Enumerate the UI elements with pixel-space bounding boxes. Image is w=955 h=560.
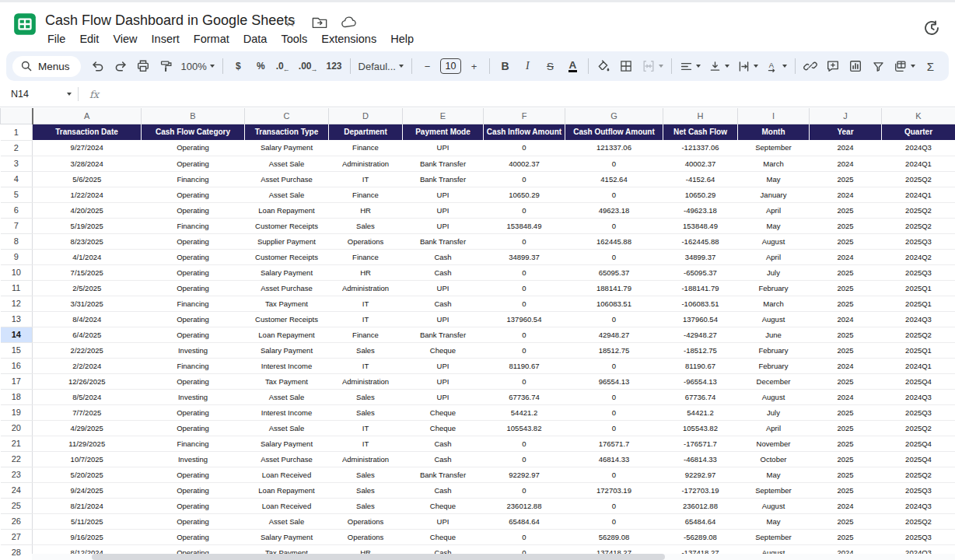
strikethrough-button[interactable]: S (540, 56, 561, 77)
cell-I25[interactable]: August (738, 498, 810, 513)
cell-E8[interactable]: Bank Transfer (403, 233, 484, 249)
cell-B1[interactable]: Cash Flow Category (142, 124, 245, 140)
cell-K2[interactable]: 2024Q3 (882, 140, 955, 156)
cell-H1[interactable]: Net Cash Flow (663, 124, 738, 140)
cell-K10[interactable]: 2025Q3 (882, 264, 955, 280)
cell-F15[interactable]: 0 (484, 342, 565, 358)
menu-format[interactable]: Format (187, 30, 236, 47)
cell-G14[interactable]: 42948.27 (565, 327, 663, 342)
cell-K13[interactable]: 2024Q3 (882, 311, 955, 327)
cell-G24[interactable]: 172703.19 (565, 482, 663, 498)
cell-I22[interactable]: October (738, 451, 810, 467)
cell-C16[interactable]: Interest Income (245, 358, 329, 373)
cell-I16[interactable]: February (738, 358, 810, 373)
cell-C6[interactable]: Loan Repayment (245, 202, 329, 218)
column-header-E[interactable]: E (403, 108, 484, 124)
cell-G1[interactable]: Cash Outflow Amount (565, 124, 663, 140)
cell-G19[interactable]: 0 (565, 404, 663, 420)
row-header-27[interactable]: 27 (1, 529, 33, 544)
cell-J14[interactable]: 2025 (810, 327, 882, 342)
row-header-13[interactable]: 13 (1, 311, 33, 327)
cell-J8[interactable]: 2025 (810, 233, 882, 249)
menu-edit[interactable]: Edit (72, 30, 106, 47)
cell-D5[interactable]: Finance (329, 187, 403, 202)
cell-H16[interactable]: 81190.67 (663, 358, 738, 373)
increase-font-size-button[interactable]: + (464, 56, 484, 77)
cell-A1[interactable]: Transaction Date (33, 124, 142, 140)
cell-B17[interactable]: Operating (142, 373, 245, 389)
cell-E14[interactable]: Bank Transfer (403, 327, 484, 342)
cell-G20[interactable]: 0 (565, 420, 663, 436)
cell-A17[interactable]: 12/26/2025 (33, 373, 142, 389)
cell-I11[interactable]: February (738, 280, 810, 296)
cell-K16[interactable]: 2024Q1 (882, 358, 955, 373)
cell-B11[interactable]: Operating (142, 280, 245, 296)
cell-D22[interactable]: Administration (329, 451, 403, 467)
cell-I14[interactable]: June (738, 327, 810, 342)
cell-D11[interactable]: Administration (329, 280, 403, 296)
cell-H21[interactable]: -176571.7 (663, 436, 738, 451)
cell-G4[interactable]: 4152.64 (565, 171, 663, 187)
row-header-16[interactable]: 16 (1, 358, 33, 373)
cell-K17[interactable]: 2025Q4 (882, 373, 955, 389)
column-header-G[interactable]: G (565, 108, 663, 124)
cell-J4[interactable]: 2025 (810, 171, 882, 187)
cell-D18[interactable]: Sales (329, 389, 403, 404)
cell-H3[interactable]: 40002.37 (663, 156, 738, 171)
row-header-28[interactable]: 28 (1, 544, 33, 560)
cell-F2[interactable]: 0 (484, 140, 565, 156)
menu-file[interactable]: File (40, 30, 72, 47)
cell-I15[interactable]: February (738, 342, 810, 358)
cell-I1[interactable]: Month (738, 124, 810, 140)
row-header-15[interactable]: 15 (1, 342, 33, 358)
cell-K4[interactable]: 2025Q2 (882, 171, 955, 187)
cell-K12[interactable]: 2025Q1 (882, 296, 955, 311)
cell-B20[interactable]: Operating (142, 420, 245, 436)
cell-C26[interactable]: Asset Sale (245, 513, 329, 529)
cell-K27[interactable]: 2025Q3 (882, 529, 955, 544)
cell-F14[interactable]: 0 (484, 327, 565, 342)
cell-K18[interactable]: 2024Q3 (882, 389, 955, 404)
cell-J6[interactable]: 2025 (810, 202, 882, 218)
cell-K7[interactable]: 2025Q2 (882, 218, 955, 233)
cell-E1[interactable]: Payment Mode (403, 124, 484, 140)
cell-D1[interactable]: Department (329, 124, 403, 140)
cell-H14[interactable]: -42948.27 (663, 327, 738, 342)
row-header-23[interactable]: 23 (1, 467, 33, 482)
paint-format-icon[interactable] (156, 56, 177, 77)
cell-I2[interactable]: September (738, 140, 810, 156)
cell-F3[interactable]: 40002.37 (484, 156, 565, 171)
cell-K23[interactable]: 2025Q2 (882, 467, 955, 482)
insert-comment-icon[interactable] (823, 56, 844, 77)
cell-F20[interactable]: 105543.82 (484, 420, 565, 436)
font-size-input[interactable]: 10 (440, 58, 461, 74)
cell-D25[interactable]: Sales (329, 498, 403, 513)
row-header-14[interactable]: 14 (1, 327, 33, 342)
cell-F5[interactable]: 10650.29 (484, 187, 565, 202)
cell-J23[interactable]: 2025 (810, 467, 882, 482)
cell-D14[interactable]: Finance (329, 327, 403, 342)
cell-A26[interactable]: 5/11/2025 (33, 513, 142, 529)
cell-H7[interactable]: 153848.49 (663, 218, 738, 233)
cell-B22[interactable]: Investing (142, 451, 245, 467)
cell-K21[interactable]: 2025Q4 (882, 436, 955, 451)
cell-B3[interactable]: Operating (142, 156, 245, 171)
cell-G6[interactable]: 49623.18 (565, 202, 663, 218)
cell-C7[interactable]: Customer Receipts (245, 218, 329, 233)
cell-J7[interactable]: 2025 (810, 218, 882, 233)
cell-I23[interactable]: May (738, 467, 810, 482)
cell-J22[interactable]: 2025 (810, 451, 882, 467)
cell-B18[interactable]: Investing (142, 389, 245, 404)
column-header-I[interactable]: I (738, 108, 810, 124)
cell-D17[interactable]: Administration (329, 373, 403, 389)
cell-B15[interactable]: Investing (142, 342, 245, 358)
cell-B16[interactable]: Financing (142, 358, 245, 373)
cell-C27[interactable]: Salary Payment (245, 529, 329, 544)
cell-E6[interactable]: UPI (403, 202, 484, 218)
cell-H13[interactable]: 137960.54 (663, 311, 738, 327)
cell-A6[interactable]: 4/20/2025 (33, 202, 142, 218)
cell-A11[interactable]: 2/5/2025 (33, 280, 142, 296)
cell-B14[interactable]: Operating (142, 327, 245, 342)
cell-J5[interactable]: 2024 (810, 187, 882, 202)
cell-F21[interactable]: 0 (484, 436, 565, 451)
